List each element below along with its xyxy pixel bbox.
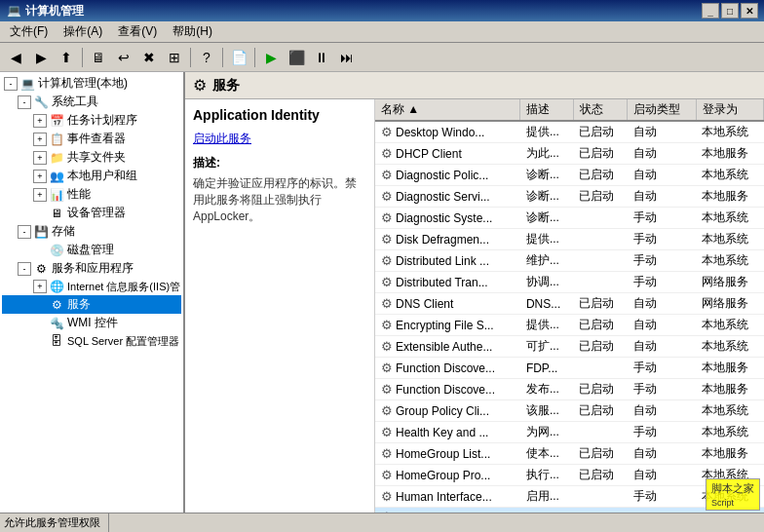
tree-panel: - 💻 计算机管理(本地) - 🔧 系统工具 + 📅 任务计划程序 + 📋 事件… bbox=[0, 72, 185, 513]
sharedfolders-icon: 📁 bbox=[49, 150, 64, 166]
svc-status: 已启动 bbox=[573, 400, 627, 422]
svc-desc: 为此... bbox=[520, 143, 574, 165]
table-row[interactable]: ⚙ Function Discove... FDP... 手动 本地服务 bbox=[375, 358, 764, 379]
table-row[interactable]: ⚙ Extensible Authe... 可扩... 已启动 自动 本地系统 bbox=[375, 336, 764, 358]
col-header-name[interactable]: 名称 ▲ bbox=[375, 99, 520, 121]
service-gear-icon: ⚙ bbox=[381, 232, 393, 247]
service-gear-icon: ⚙ bbox=[381, 403, 393, 418]
svc-startup: 手动 bbox=[628, 379, 696, 400]
tree-label-devmgr: 设备管理器 bbox=[67, 205, 126, 221]
menu-view[interactable]: 查看(V) bbox=[110, 21, 165, 42]
tree-item-sharedfolders[interactable]: + 📁 共享文件夹 bbox=[2, 148, 181, 167]
tree-label-localusers: 本地用户和组 bbox=[67, 168, 137, 184]
service-gear-icon: ⚙ bbox=[381, 253, 393, 268]
menu-help[interactable]: 帮助(H) bbox=[165, 21, 220, 42]
tree-item-root[interactable]: - 💻 计算机管理(本地) bbox=[2, 74, 181, 93]
tree-item-localusers[interactable]: + 👥 本地用户和组 bbox=[2, 167, 181, 185]
svc-name: ⚙ HomeGroup Pro... bbox=[375, 465, 520, 486]
start-service-link[interactable]: 启动此服务 bbox=[193, 131, 366, 147]
status-bar: 允许此服务管理权限 bbox=[0, 513, 764, 532]
forward-button[interactable]: ▶ bbox=[29, 46, 53, 69]
tree-item-services[interactable]: ⚙ 服务 bbox=[2, 295, 181, 314]
tree-expand-storage[interactable]: - bbox=[18, 225, 31, 239]
svc-desc: 该服... bbox=[520, 400, 574, 422]
svc-login: 本地服务 bbox=[696, 443, 763, 465]
tree-label-root: 计算机管理(本地) bbox=[38, 75, 128, 92]
tree-expand-perf[interactable]: + bbox=[33, 188, 47, 202]
tree-expand-users[interactable]: + bbox=[33, 170, 47, 183]
table-row[interactable]: ⚙ Distributed Tran... 协调... 手动 网络服务 bbox=[375, 272, 764, 293]
col-header-status[interactable]: 状态 bbox=[573, 99, 627, 121]
tree-expand-shared[interactable]: + bbox=[33, 151, 47, 165]
svcapp-icon: ⚙ bbox=[33, 261, 49, 277]
up-button[interactable]: ⬆ bbox=[55, 46, 78, 69]
table-row[interactable]: ⚙ Diagnostic Polic... 诊断... 已启动 自动 本地系统 bbox=[375, 165, 764, 186]
tree-item-systools[interactable]: - 🔧 系统工具 bbox=[2, 93, 181, 111]
storage-icon: 💾 bbox=[33, 224, 49, 240]
svc-startup: 自动 bbox=[628, 443, 696, 465]
tree-expand-root[interactable]: - bbox=[4, 77, 18, 91]
table-row[interactable]: ⚙ Desktop Windo... 提供... 已启动 自动 本地系统 bbox=[375, 121, 764, 143]
minimize-button[interactable]: _ bbox=[702, 3, 719, 19]
perf-icon: 📊 bbox=[49, 187, 64, 203]
col-header-desc[interactable]: 描述 bbox=[520, 99, 574, 121]
table-row[interactable]: ⚙ Diagnostic Syste... 诊断... 手动 本地系统 bbox=[375, 208, 764, 229]
table-row[interactable]: ⚙ DHCP Client 为此... 已启动 自动 本地服务 bbox=[375, 143, 764, 165]
menu-action[interactable]: 操作(A) bbox=[56, 21, 110, 42]
show-hide-button[interactable]: 🖥 bbox=[87, 46, 110, 69]
table-row[interactable]: ⚙ HomeGroup List... 使本... 已启动 自动 本地服务 bbox=[375, 443, 764, 465]
svc-status bbox=[573, 358, 627, 379]
maximize-button[interactable]: □ bbox=[721, 3, 739, 19]
tree-item-taskscheduler[interactable]: + 📅 任务计划程序 bbox=[2, 111, 181, 130]
desc-panel: Application Identity 启动此服务 描述: 确定并验证应用程序… bbox=[185, 99, 375, 513]
tree-item-devmgr[interactable]: 🖥 设备管理器 bbox=[2, 204, 181, 222]
menu-file[interactable]: 文件(F) bbox=[2, 21, 56, 42]
tree-item-iis[interactable]: + 🌐 Internet 信息服务(IIS)管 bbox=[2, 278, 181, 295]
stop-button[interactable]: ⬛ bbox=[285, 46, 308, 69]
help-button[interactable]: ? bbox=[195, 46, 218, 69]
close-button[interactable]: ✕ bbox=[741, 3, 758, 19]
start-button[interactable]: ▶ bbox=[259, 46, 283, 69]
status-text: 允许此服务管理权限 bbox=[4, 513, 109, 532]
restart-button[interactable]: ⏭ bbox=[335, 46, 359, 69]
tree-expand-iis[interactable]: + bbox=[33, 280, 47, 293]
tree-expand-event[interactable]: + bbox=[33, 133, 47, 146]
table-row[interactable]: ⚙ Group Policy Cli... 该服... 已启动 自动 本地系统 bbox=[375, 400, 764, 422]
tree-expand-svcapp[interactable]: - bbox=[18, 262, 31, 276]
svc-startup: 自动 bbox=[628, 143, 696, 165]
table-row[interactable]: ⚙ Encrypting File S... 提供... 已启动 自动 本地系统 bbox=[375, 315, 764, 336]
refresh-button[interactable]: ↩ bbox=[112, 46, 135, 69]
export-button[interactable]: 📄 bbox=[227, 46, 250, 69]
col-header-login[interactable]: 登录为 bbox=[696, 99, 763, 121]
tree-item-storage[interactable]: - 💾 存储 bbox=[2, 222, 181, 241]
tree-expand-systools[interactable]: - bbox=[18, 95, 31, 109]
tree-item-svcapp[interactable]: - ⚙ 服务和应用程序 bbox=[2, 259, 181, 278]
services-table-container[interactable]: 名称 ▲ 描述 状态 启动类型 登录为 ⚙ Desktop Windo... 提 bbox=[375, 99, 764, 513]
tree-item-perf[interactable]: + 📊 性能 bbox=[2, 185, 181, 204]
table-row[interactable]: ⚙ DNS Client DNS... 已启动 自动 网络服务 bbox=[375, 293, 764, 315]
back-button[interactable]: ◀ bbox=[4, 46, 27, 69]
table-row[interactable]: ⚙ Distributed Link ... 维护... 手动 本地系统 bbox=[375, 250, 764, 272]
tree-item-diskmgmt[interactable]: 💿 磁盘管理 bbox=[2, 241, 181, 259]
tree-expand-task[interactable]: + bbox=[33, 114, 47, 128]
col-header-startup[interactable]: 启动类型 bbox=[628, 99, 696, 121]
tree-item-sqlserver[interactable]: 🗄 SQL Server 配置管理器 bbox=[2, 332, 181, 350]
svc-status: 已启动 bbox=[573, 121, 627, 143]
table-row[interactable]: ⚙ Health Key and ... 为网... 手动 本地系统 bbox=[375, 422, 764, 443]
tree-label-services: 服务 bbox=[67, 296, 91, 313]
table-row[interactable]: ⚙ Diagnostic Servi... 诊断... 已启动 自动 本地服务 bbox=[375, 186, 764, 208]
tree-item-eventviewer[interactable]: + 📋 事件查看器 bbox=[2, 130, 181, 148]
table-row[interactable]: ⚙ Function Discove... 发布... 已启动 手动 本地服务 bbox=[375, 379, 764, 400]
svc-name: ⚙ Extensible Authe... bbox=[375, 336, 520, 358]
svc-status: 已启动 bbox=[573, 465, 627, 486]
tree-label-perf: 性能 bbox=[67, 186, 91, 203]
tree-item-wmi[interactable]: 🔩 WMI 控件 bbox=[2, 314, 181, 332]
delete-button[interactable]: ✖ bbox=[137, 46, 161, 69]
service-gear-icon: ⚙ bbox=[381, 275, 393, 289]
svc-startup: 手动 bbox=[628, 272, 696, 293]
properties-button[interactable]: ⊞ bbox=[163, 46, 186, 69]
title-bar-icon: 💻 bbox=[6, 3, 21, 19]
table-row[interactable]: ⚙ Disk Defragmen... 提供... 手动 本地系统 bbox=[375, 229, 764, 250]
services-table: 名称 ▲ 描述 状态 启动类型 登录为 ⚙ Desktop Windo... 提 bbox=[375, 99, 764, 513]
pause-button[interactable]: ⏸ bbox=[310, 46, 333, 69]
